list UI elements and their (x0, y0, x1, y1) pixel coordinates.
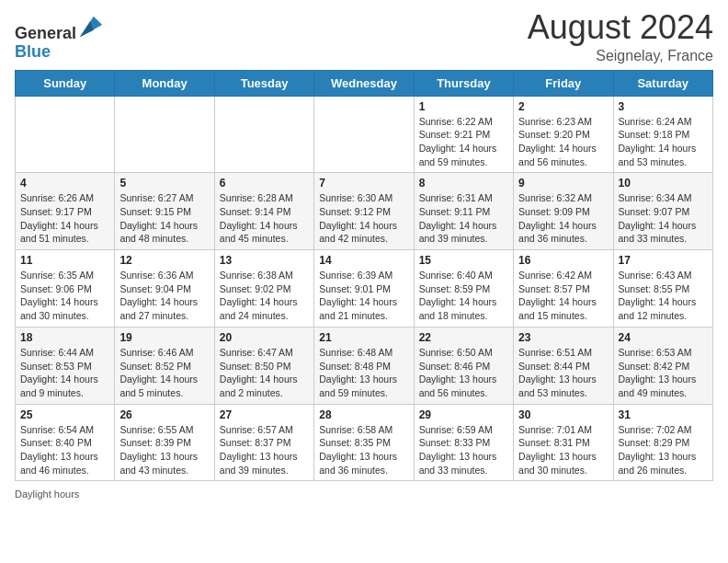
calendar-week-row: 11Sunrise: 6:35 AM Sunset: 9:06 PM Dayli… (16, 250, 713, 327)
col-header-saturday: Saturday (613, 70, 712, 96)
day-info: Sunrise: 6:54 AM Sunset: 8:40 PM Dayligh… (20, 423, 109, 477)
day-number: 14 (319, 254, 408, 267)
day-number: 23 (518, 331, 608, 344)
calendar-cell: 23Sunrise: 6:51 AM Sunset: 8:44 PM Dayli… (514, 327, 613, 404)
day-info: Sunrise: 6:43 AM Sunset: 8:55 PM Dayligh… (619, 269, 708, 323)
calendar-cell: 20Sunrise: 6:47 AM Sunset: 8:50 PM Dayli… (214, 327, 313, 404)
day-info: Sunrise: 6:26 AM Sunset: 9:17 PM Dayligh… (20, 191, 109, 246)
day-number: 21 (319, 331, 408, 344)
col-header-sunday: Sunday (16, 70, 115, 96)
day-number: 9 (518, 177, 608, 190)
day-number: 27 (220, 408, 309, 421)
day-info: Sunrise: 7:02 AM Sunset: 8:29 PM Dayligh… (619, 423, 708, 477)
day-info: Sunrise: 6:46 AM Sunset: 8:52 PM Dayligh… (119, 346, 209, 400)
day-info: Sunrise: 6:31 AM Sunset: 9:11 PM Dayligh… (419, 191, 508, 246)
calendar-cell: 14Sunrise: 6:39 AM Sunset: 9:01 PM Dayli… (314, 250, 414, 327)
calendar-cell: 15Sunrise: 6:40 AM Sunset: 8:59 PM Dayli… (414, 250, 513, 327)
col-header-thursday: Thursday (414, 70, 513, 96)
day-info: Sunrise: 6:58 AM Sunset: 8:35 PM Dayligh… (319, 423, 408, 477)
day-info: Sunrise: 7:01 AM Sunset: 8:31 PM Dayligh… (518, 423, 608, 477)
calendar-cell: 7Sunrise: 6:30 AM Sunset: 9:12 PM Daylig… (314, 173, 414, 250)
calendar-cell: 19Sunrise: 6:46 AM Sunset: 8:52 PM Dayli… (115, 327, 214, 404)
calendar-cell: 24Sunrise: 6:53 AM Sunset: 8:42 PM Dayli… (613, 327, 712, 404)
day-info: Sunrise: 6:42 AM Sunset: 8:57 PM Dayligh… (518, 269, 608, 323)
calendar-cell: 4Sunrise: 6:26 AM Sunset: 9:17 PM Daylig… (16, 173, 115, 250)
calendar-cell: 16Sunrise: 6:42 AM Sunset: 8:57 PM Dayli… (514, 250, 613, 327)
day-number: 28 (319, 408, 408, 421)
calendar-cell: 2Sunrise: 6:23 AM Sunset: 9:20 PM Daylig… (514, 96, 613, 173)
day-number: 2 (518, 100, 608, 113)
calendar-cell (314, 96, 414, 173)
day-info: Sunrise: 6:35 AM Sunset: 9:06 PM Dayligh… (20, 269, 109, 323)
day-number: 5 (119, 177, 209, 190)
calendar-cell: 28Sunrise: 6:58 AM Sunset: 8:35 PM Dayli… (314, 404, 414, 481)
day-number: 7 (319, 177, 408, 190)
day-number: 13 (220, 254, 309, 267)
calendar-cell: 25Sunrise: 6:54 AM Sunset: 8:40 PM Dayli… (16, 404, 115, 481)
day-number: 30 (518, 408, 608, 421)
day-number: 22 (419, 331, 508, 344)
day-number: 26 (119, 408, 209, 421)
calendar-cell (115, 96, 214, 173)
day-number: 3 (619, 100, 708, 113)
footer: Daylight hours (15, 488, 713, 500)
day-number: 18 (20, 331, 109, 344)
day-number: 10 (619, 177, 708, 190)
calendar-cell: 31Sunrise: 7:02 AM Sunset: 8:29 PM Dayli… (613, 404, 712, 481)
calendar-cell: 8Sunrise: 6:31 AM Sunset: 9:11 PM Daylig… (414, 173, 513, 250)
day-number: 1 (419, 100, 508, 113)
day-number: 15 (419, 254, 508, 267)
day-info: Sunrise: 6:51 AM Sunset: 8:44 PM Dayligh… (518, 346, 608, 400)
location-subtitle: Seignelay, France (528, 48, 713, 64)
day-info: Sunrise: 6:34 AM Sunset: 9:07 PM Dayligh… (619, 191, 708, 246)
day-info: Sunrise: 6:47 AM Sunset: 8:50 PM Dayligh… (220, 346, 309, 400)
col-header-wednesday: Wednesday (314, 70, 414, 96)
title-block: August 2024 Seignelay, France (528, 9, 713, 64)
calendar-week-row: 4Sunrise: 6:26 AM Sunset: 9:17 PM Daylig… (16, 173, 713, 250)
calendar-cell: 5Sunrise: 6:27 AM Sunset: 9:15 PM Daylig… (115, 173, 214, 250)
day-info: Sunrise: 6:27 AM Sunset: 9:15 PM Dayligh… (119, 191, 209, 246)
calendar-table: SundayMondayTuesdayWednesdayThursdayFrid… (15, 70, 713, 482)
day-info: Sunrise: 6:40 AM Sunset: 8:59 PM Dayligh… (419, 269, 508, 323)
calendar-cell: 9Sunrise: 6:32 AM Sunset: 9:09 PM Daylig… (514, 173, 613, 250)
calendar-cell: 17Sunrise: 6:43 AM Sunset: 8:55 PM Dayli… (613, 250, 712, 327)
day-info: Sunrise: 6:32 AM Sunset: 9:09 PM Dayligh… (518, 191, 608, 246)
calendar-cell: 22Sunrise: 6:50 AM Sunset: 8:46 PM Dayli… (414, 327, 513, 404)
day-info: Sunrise: 6:50 AM Sunset: 8:46 PM Dayligh… (419, 346, 508, 400)
calendar-week-row: 1Sunrise: 6:22 AM Sunset: 9:21 PM Daylig… (16, 96, 713, 173)
day-number: 31 (619, 408, 708, 421)
day-number: 8 (419, 177, 508, 190)
day-info: Sunrise: 6:59 AM Sunset: 8:33 PM Dayligh… (419, 423, 508, 477)
calendar-cell: 26Sunrise: 6:55 AM Sunset: 8:39 PM Dayli… (115, 404, 214, 481)
calendar-cell: 30Sunrise: 7:01 AM Sunset: 8:31 PM Dayli… (514, 404, 613, 481)
day-number: 16 (518, 254, 608, 267)
logo-general: General (15, 24, 76, 42)
calendar-cell (16, 96, 115, 173)
day-info: Sunrise: 6:23 AM Sunset: 9:20 PM Dayligh… (518, 115, 608, 169)
day-info: Sunrise: 6:44 AM Sunset: 8:53 PM Dayligh… (20, 346, 109, 400)
day-info: Sunrise: 6:38 AM Sunset: 9:02 PM Dayligh… (220, 269, 309, 323)
day-info: Sunrise: 6:48 AM Sunset: 8:48 PM Dayligh… (319, 346, 408, 400)
day-info: Sunrise: 6:24 AM Sunset: 9:18 PM Dayligh… (619, 115, 708, 169)
calendar-cell: 11Sunrise: 6:35 AM Sunset: 9:06 PM Dayli… (16, 250, 115, 327)
day-info: Sunrise: 6:57 AM Sunset: 8:37 PM Dayligh… (220, 423, 309, 477)
logo-icon (78, 13, 104, 39)
day-number: 19 (119, 331, 209, 344)
month-year-title: August 2024 (528, 9, 713, 46)
day-number: 25 (20, 408, 109, 421)
page-header: General Blue August 2024 Seignelay, Fran… (15, 9, 713, 64)
col-header-tuesday: Tuesday (214, 70, 313, 96)
day-number: 11 (20, 254, 109, 267)
day-info: Sunrise: 6:28 AM Sunset: 9:14 PM Dayligh… (220, 191, 309, 246)
calendar-week-row: 25Sunrise: 6:54 AM Sunset: 8:40 PM Dayli… (16, 404, 713, 481)
calendar-cell: 29Sunrise: 6:59 AM Sunset: 8:33 PM Dayli… (414, 404, 513, 481)
day-info: Sunrise: 6:22 AM Sunset: 9:21 PM Dayligh… (419, 115, 508, 169)
day-number: 20 (220, 331, 309, 344)
col-header-friday: Friday (514, 70, 613, 96)
calendar-cell: 27Sunrise: 6:57 AM Sunset: 8:37 PM Dayli… (214, 404, 313, 481)
day-number: 24 (619, 331, 708, 344)
day-info: Sunrise: 6:53 AM Sunset: 8:42 PM Dayligh… (619, 346, 708, 400)
calendar-cell: 10Sunrise: 6:34 AM Sunset: 9:07 PM Dayli… (613, 173, 712, 250)
col-header-monday: Monday (115, 70, 214, 96)
calendar-header-row: SundayMondayTuesdayWednesdayThursdayFrid… (16, 70, 713, 96)
